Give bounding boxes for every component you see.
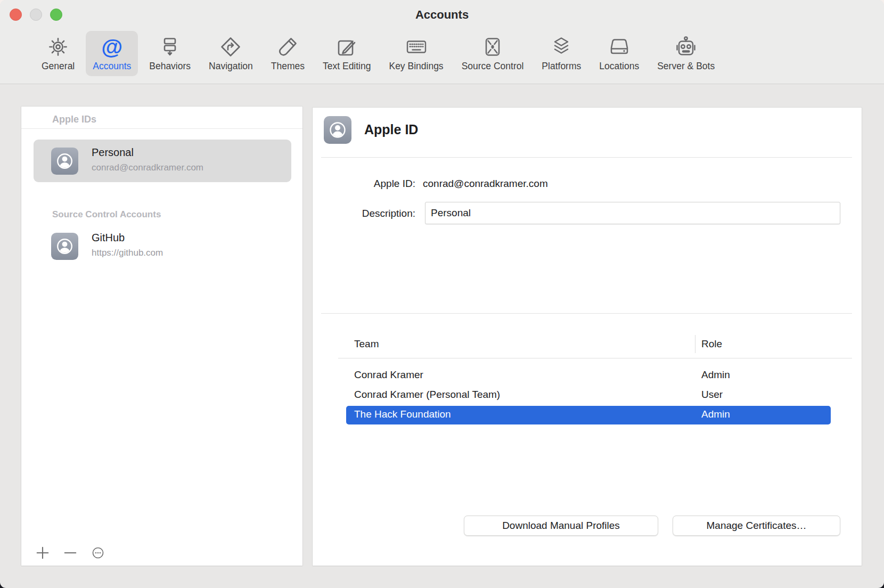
account-subtitle: https://github.com	[92, 248, 163, 258]
description-input[interactable]	[425, 202, 840, 224]
gear-icon	[46, 34, 70, 60]
xcode-preferences-window: Accounts General @ Accounts	[0, 0, 884, 588]
tab-server-bots[interactable]: Server & Bots	[650, 31, 722, 76]
role-column-header[interactable]: Role	[701, 338, 722, 350]
paintbrush-icon	[276, 34, 299, 60]
source-control-accounts-header: Source Control Accounts	[52, 209, 161, 220]
tab-themes[interactable]: Themes	[264, 31, 312, 76]
tab-label: Accounts	[93, 61, 131, 72]
table-row-team[interactable]: Conrad Kramer	[354, 369, 423, 381]
tab-source-control[interactable]: Source Control	[455, 31, 531, 76]
add-account-button[interactable]	[35, 545, 50, 560]
divider	[321, 157, 852, 158]
table-row-role[interactable]: User	[701, 389, 723, 401]
at-icon: @	[101, 34, 122, 60]
pencil-square-icon	[335, 34, 358, 60]
tab-label: Locations	[599, 61, 639, 72]
window-title: Accounts	[0, 0, 884, 29]
titlebar[interactable]: Accounts	[0, 0, 884, 29]
tab-key-bindings[interactable]: Key Bindings	[382, 31, 450, 76]
plus-icon	[35, 545, 50, 560]
detail-title: Apple ID	[364, 122, 418, 137]
tab-label: Text Editing	[323, 61, 371, 72]
tab-text-editing[interactable]: Text Editing	[316, 31, 378, 76]
table-header-divider	[338, 358, 852, 358]
apple-ids-header: Apple IDs	[52, 114, 96, 125]
tab-general[interactable]: General	[35, 31, 81, 76]
person-avatar-icon	[51, 148, 78, 175]
person-avatar-icon	[51, 233, 78, 260]
tab-navigation[interactable]: Navigation	[202, 31, 260, 76]
apple-id-detail-panel: Apple ID Apple ID: conrad@conradkramer.c…	[313, 108, 862, 566]
tab-label: Platforms	[542, 61, 581, 72]
ellipsis-circle-icon	[91, 545, 105, 560]
apple-id-label: Apple ID:	[313, 178, 415, 190]
robot-icon	[674, 34, 698, 60]
table-row-team[interactable]: The Hack Foundation	[354, 409, 451, 420]
tab-label: Themes	[271, 61, 305, 72]
account-title: GitHub	[92, 232, 125, 244]
hard-drive-icon	[608, 34, 631, 60]
accounts-sidebar: Apple IDs Personal conrad@conradkramer.c…	[21, 107, 302, 566]
layers-icon	[550, 34, 573, 60]
tab-behaviors[interactable]: Behaviors	[142, 31, 198, 76]
tab-locations[interactable]: Locations	[592, 31, 646, 76]
tab-label: Server & Bots	[657, 61, 715, 72]
more-actions-button[interactable]	[91, 545, 105, 560]
navigation-arrow-diamond-icon	[219, 34, 242, 60]
minus-icon	[63, 545, 78, 560]
tab-label: Behaviors	[149, 61, 191, 72]
table-row-role[interactable]: Admin	[701, 409, 730, 420]
table-row-role[interactable]: Admin	[701, 369, 730, 381]
tab-label: General	[42, 61, 75, 72]
window-chrome: Accounts General @ Accounts	[0, 0, 884, 84]
divider	[21, 128, 302, 129]
table-row-team[interactable]: Conrad Kramer (Personal Team)	[354, 389, 500, 401]
divider	[321, 313, 852, 314]
behaviors-stack-icon	[158, 34, 182, 60]
description-label: Description:	[313, 208, 415, 219]
download-manual-profiles-button[interactable]: Download Manual Profiles	[464, 516, 658, 536]
manage-certificates-button[interactable]: Manage Certificates…	[673, 516, 840, 536]
tab-platforms[interactable]: Platforms	[535, 31, 588, 76]
keyboard-icon	[405, 34, 428, 60]
column-separator	[695, 335, 695, 353]
source-control-icon	[481, 34, 504, 60]
account-title: Personal	[92, 146, 134, 159]
account-item-github[interactable]: GitHub https://github.com	[34, 227, 291, 266]
person-avatar-icon	[324, 116, 351, 144]
account-subtitle: conrad@conradkramer.com	[92, 162, 203, 173]
team-column-header[interactable]: Team	[354, 338, 379, 350]
tab-accounts[interactable]: @ Accounts	[86, 31, 138, 76]
apple-id-value: conrad@conradkramer.com	[423, 178, 548, 190]
tab-label: Key Bindings	[389, 61, 443, 72]
tab-label: Navigation	[209, 61, 253, 72]
sidebar-actions	[35, 545, 105, 560]
remove-account-button[interactable]	[63, 545, 78, 560]
preferences-toolbar: General @ Accounts Behaviors	[35, 31, 722, 76]
account-item-personal[interactable]: Personal conrad@conradkramer.com	[34, 140, 291, 182]
tab-label: Source Control	[462, 61, 524, 72]
